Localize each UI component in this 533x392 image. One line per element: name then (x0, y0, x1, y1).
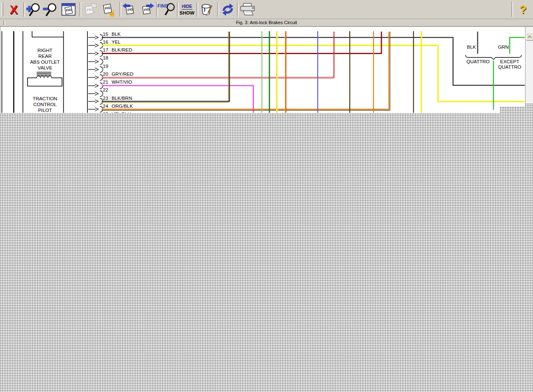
previous-figure-button[interactable]: FIG (121, 1, 138, 18)
svg-text:FIG: FIG (127, 7, 133, 12)
pin-number: 15 (103, 32, 108, 37)
pin-wire-color: GRY/RED (112, 72, 133, 77)
figure-title: Fig. 3: Anti-lock Brakes Circuit (0, 20, 533, 25)
zoom-out-icon (42, 2, 57, 17)
wire-grn-elbow (510, 37, 525, 54)
view-figure-button[interactable]: FIG (60, 1, 77, 18)
zoom-out-button[interactable] (42, 1, 58, 18)
component-label: TRACTION (33, 96, 57, 101)
figure-title-bar: Fig. 3: Anti-lock Brakes Circuit (0, 19, 533, 26)
find-button[interactable]: FIND (157, 1, 176, 18)
diagram-viewport: RIGHT REAR ABS OUTLET VALVE TRACTION CON… (0, 26, 533, 392)
toolbar-grip[interactable] (1, 2, 3, 16)
pin-wire-color: YEL/BLK (112, 112, 131, 113)
component-label: RIGHT (37, 48, 52, 53)
pin-number: 16 (103, 40, 108, 45)
zoom-in-icon (26, 2, 41, 17)
svg-text:FIG: FIG (144, 7, 149, 12)
component-label: PILOT (38, 108, 52, 113)
component-label: VALVE (37, 65, 52, 70)
component-label: REAR (38, 54, 52, 59)
pin-number: 23 (103, 96, 108, 101)
hide-show-button[interactable]: HIDE SHOW (178, 1, 196, 18)
pin-wire-color: ORG/BLK (112, 104, 133, 109)
next-figure-button[interactable]: FIG (139, 1, 155, 18)
refresh-button[interactable] (219, 1, 237, 18)
highlight-button[interactable] (198, 1, 217, 18)
branch-caption-quattro: QUATTRO (466, 59, 489, 64)
pin-number: 25 (103, 112, 108, 113)
zoom-in-button[interactable] (25, 1, 42, 18)
close-button[interactable]: X (5, 1, 22, 18)
branch-wire-label-blk: BLK (467, 45, 476, 50)
canvas-corner-background (500, 107, 525, 113)
figure-hand-icon: FIG ☝ (101, 2, 117, 17)
wire-17-blkred (102, 32, 381, 54)
close-icon: X (10, 4, 17, 16)
wire-23-blk (102, 32, 229, 102)
figure-window-icon: FIG (61, 2, 77, 17)
branch-wire-label-grn: GRN (498, 45, 509, 50)
branch-caption-except: EXCEPT (500, 59, 519, 64)
figure-previous-icon: FIG (122, 2, 137, 17)
paint-bucket-icon (199, 2, 215, 17)
pin-wire-color: YEL (112, 40, 121, 45)
toolbar-separator (511, 2, 513, 17)
branch-caption-except-2: QUATTRO (498, 65, 521, 69)
refresh-icon (220, 2, 235, 17)
figure-disabled-icon: FIG (82, 2, 98, 17)
pin-number: 22 (103, 87, 108, 92)
wiring-diagram-canvas[interactable]: RIGHT REAR ABS OUTLET VALVE TRACTION CON… (0, 27, 525, 113)
toolbar-separator (80, 2, 81, 17)
print-button[interactable] (238, 1, 257, 18)
hide-label: HIDE (182, 4, 192, 10)
figure-next-icon: FIG (139, 2, 155, 17)
help-icon: ? (519, 4, 526, 15)
pin-number: 21 (103, 79, 108, 84)
component-label: CONTROL (33, 102, 57, 107)
application-window: X FIG (0, 0, 533, 392)
wire-24-blk-stripe (102, 32, 390, 110)
help-button[interactable]: ? (515, 1, 531, 18)
pin-number: 20 (103, 72, 108, 77)
pin-number: 19 (103, 64, 108, 69)
pin-wire-color: BLK/RED (112, 47, 132, 52)
find-icon: FIND (157, 2, 176, 17)
show-label: SHOW (179, 10, 194, 15)
pin-number: 18 (103, 55, 108, 60)
wiring-diagram: RIGHT REAR ABS OUTLET VALVE TRACTION CON… (0, 27, 525, 113)
wire-24-org (102, 32, 389, 109)
toolbar: X FIG (0, 0, 533, 19)
pin-wire-color: BLK/BRN (112, 96, 132, 101)
canvas-left-edge (0, 27, 1, 113)
pin-wire-color: BLK (112, 32, 121, 37)
scroll-up-button[interactable] (526, 32, 533, 41)
svg-text:☝: ☝ (108, 10, 116, 17)
vertical-scrollbar[interactable] (525, 27, 533, 103)
pin-number: 17 (103, 47, 108, 52)
printer-icon (238, 2, 257, 17)
chevron-up-icon (528, 35, 532, 38)
component-label: ABS OUTLET (30, 60, 60, 65)
figure-list-button[interactable]: FIG (82, 1, 99, 18)
pin-number: 24 (103, 104, 108, 109)
pin-wire-color: WHT/VIO (112, 79, 132, 84)
pan-figure-button[interactable]: FIG ☝ (100, 1, 118, 18)
